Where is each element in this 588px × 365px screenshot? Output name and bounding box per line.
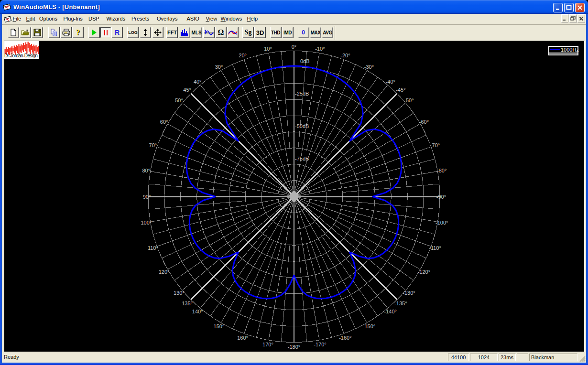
svg-text:50°: 50° <box>175 97 183 103</box>
svg-text:-180°: -180° <box>288 344 300 350</box>
svg-text:40°: 40° <box>194 79 202 85</box>
svg-text:150°: 150° <box>214 323 225 329</box>
svg-text:-100°: -100° <box>436 220 448 225</box>
svg-text:-20°: -20° <box>340 53 350 58</box>
svg-text:45°: 45° <box>183 87 191 93</box>
svg-text:0dB: 0dB <box>300 58 310 64</box>
svg-text:10°: 10° <box>264 46 272 52</box>
svg-text:-130°: -130° <box>403 290 415 296</box>
svg-text:-80°: -80° <box>437 168 446 173</box>
svg-text:110°: 110° <box>148 245 158 251</box>
svg-text:-50dB: -50dB <box>295 123 309 129</box>
svg-text:140°: 140° <box>192 309 203 314</box>
svg-text:-25dB: -25dB <box>295 91 309 97</box>
svg-text:130°: 130° <box>174 290 185 296</box>
svg-text:90°: 90° <box>143 194 151 200</box>
svg-text:170°: 170° <box>262 342 273 347</box>
svg-text:-160°: -160° <box>339 335 351 341</box>
svg-text:0°: 0° <box>292 44 297 50</box>
svg-text:-40°: -40° <box>386 79 395 85</box>
svg-text:-70°: -70° <box>430 142 440 148</box>
svg-text:100°: 100° <box>141 220 152 225</box>
svg-text:-90°: -90° <box>436 194 446 200</box>
svg-text:70°: 70° <box>149 142 157 148</box>
svg-text:?: ? <box>76 28 80 36</box>
svg-text:60°: 60° <box>160 119 168 125</box>
svg-text:-45°: -45° <box>396 87 405 93</box>
svg-text:80°: 80° <box>142 168 150 173</box>
svg-text:-10°: -10° <box>315 46 325 52</box>
svg-text:120°: 120° <box>159 269 170 275</box>
svg-text:-140°: -140° <box>384 309 397 314</box>
svg-text:-50°: -50° <box>404 97 414 103</box>
svg-text:-150°: -150° <box>363 323 375 329</box>
svg-text:-120°: -120° <box>418 269 430 275</box>
svg-text:-75dB: -75dB <box>295 156 309 161</box>
svg-text:20°: 20° <box>239 53 247 58</box>
svg-text:-110°: -110° <box>429 245 441 251</box>
svg-text:-135°: -135° <box>394 301 407 306</box>
svg-text:135°: 135° <box>182 301 193 306</box>
svg-text:-30°: -30° <box>364 64 374 70</box>
svg-text:-170°: -170° <box>314 342 326 347</box>
svg-text:-60°: -60° <box>419 119 429 125</box>
svg-text:160°: 160° <box>237 335 248 341</box>
svg-text:30°: 30° <box>215 64 223 70</box>
